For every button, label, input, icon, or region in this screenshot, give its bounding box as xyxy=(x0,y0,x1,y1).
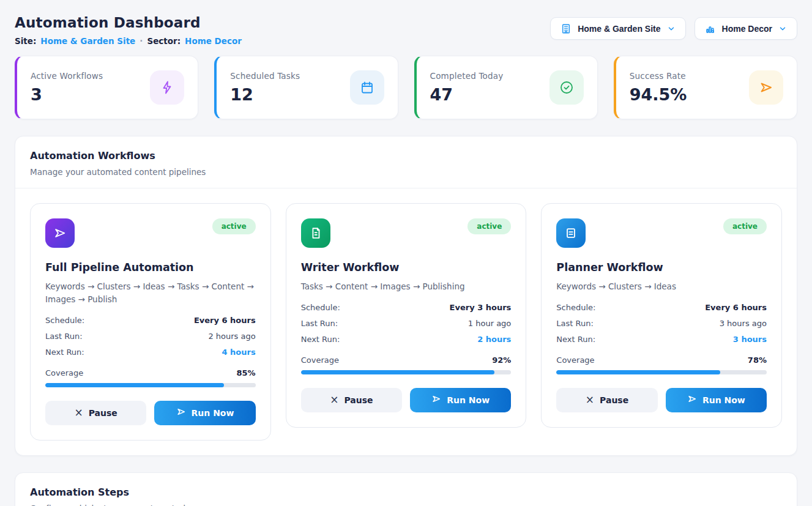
coverage-progress-fill xyxy=(301,370,494,374)
stat-card-completed-today: Completed Today 47 xyxy=(414,56,598,119)
pause-button[interactable]: × Pause xyxy=(301,388,402,412)
status-badge: active xyxy=(723,218,767,234)
next-run-label: Next Run: xyxy=(45,348,84,357)
schedule-row: Schedule: Every 6 hours xyxy=(45,316,256,325)
status-badge: active xyxy=(467,218,511,234)
run-now-button[interactable]: Run Now xyxy=(154,401,255,425)
workflow-actions: × Pause Run Now xyxy=(45,401,256,425)
coverage-row: Coverage 92% xyxy=(301,355,512,365)
lightning-icon xyxy=(150,70,184,105)
steps-panel-header: Automation Steps Configure which steps a… xyxy=(15,473,797,506)
coverage-value: 78% xyxy=(748,355,767,365)
workflow-meta: Schedule: Every 6 hours Last Run: 2 hour… xyxy=(45,316,256,357)
pause-label: Pause xyxy=(89,408,117,418)
last-run-value: 2 hours ago xyxy=(208,332,255,341)
send-icon xyxy=(45,218,75,248)
close-icon: × xyxy=(74,407,83,418)
workflow-card-top: active xyxy=(556,218,767,248)
workflow-meta: Schedule: Every 3 hours Last Run: 1 hour… xyxy=(301,303,512,344)
sector-link[interactable]: Home Decor xyxy=(185,36,242,46)
last-run-label: Last Run: xyxy=(556,319,594,328)
stat-value: 47 xyxy=(430,85,504,104)
next-run-value: 3 hours xyxy=(733,335,767,344)
workflow-title: Planner Workflow xyxy=(556,261,767,273)
workflows-panel-header: Automation Workflows Manage your automat… xyxy=(15,136,797,188)
sector-selector-dropdown[interactable]: Home Decor xyxy=(695,17,797,40)
stat-text: Scheduled Tasks 12 xyxy=(230,71,300,104)
schedule-label: Schedule: xyxy=(301,303,340,312)
run-now-button[interactable]: Run Now xyxy=(410,388,511,412)
next-run-row: Next Run: 2 hours xyxy=(301,335,512,344)
last-run-row: Last Run: 1 hour ago xyxy=(301,319,512,328)
run-now-label: Run Now xyxy=(702,395,745,405)
schedule-row: Schedule: Every 3 hours xyxy=(301,303,512,312)
bar-chart-icon xyxy=(705,23,716,34)
last-run-label: Last Run: xyxy=(45,332,83,341)
coverage-progress-track xyxy=(556,370,767,374)
site-selector-label: Home & Garden Site xyxy=(578,24,660,34)
workflow-card-top: active xyxy=(301,218,512,248)
stat-text: Success Rate 94.5% xyxy=(630,71,687,104)
last-run-row: Last Run: 3 hours ago xyxy=(556,319,767,328)
run-now-label: Run Now xyxy=(192,408,234,418)
coverage-value: 92% xyxy=(492,355,511,365)
run-now-button[interactable]: Run Now xyxy=(666,388,767,412)
steps-title: Automation Steps xyxy=(30,486,782,498)
breadcrumb: Site: Home & Garden Site · Sector: Home … xyxy=(15,36,242,46)
stat-card-success-rate: Success Rate 94.5% xyxy=(614,56,797,119)
coverage-label: Coverage xyxy=(301,355,339,365)
workflow-card-writer: active Writer Workflow Tasks → Content →… xyxy=(286,203,527,428)
workflows-title: Automation Workflows xyxy=(30,150,782,162)
pause-button[interactable]: × Pause xyxy=(45,401,146,425)
automation-steps-panel: Automation Steps Configure which steps a… xyxy=(15,472,797,506)
coverage-label: Coverage xyxy=(45,368,83,378)
check-circle-icon xyxy=(549,70,584,105)
coverage-row: Coverage 85% xyxy=(45,368,256,378)
workflow-card-planner: active Planner Workflow Keywords → Clust… xyxy=(541,203,782,428)
chevron-down-icon xyxy=(667,24,676,33)
close-icon: × xyxy=(586,395,594,405)
separator-dot: · xyxy=(140,36,143,46)
stat-value: 3 xyxy=(31,85,103,104)
header-selectors: Home & Garden Site Home Decor xyxy=(550,17,797,40)
status-badge: active xyxy=(212,218,256,234)
next-run-label: Next Run: xyxy=(556,335,595,344)
workflow-meta: Schedule: Every 6 hours Last Run: 3 hour… xyxy=(556,303,767,344)
building-icon xyxy=(561,23,572,34)
send-icon xyxy=(431,394,441,406)
workflow-card-top: active xyxy=(45,218,256,248)
workflows-panel-body: active Full Pipeline Automation Keywords… xyxy=(15,188,797,455)
coverage-progress-fill xyxy=(556,370,720,374)
workflow-grid: active Full Pipeline Automation Keywords… xyxy=(30,203,782,441)
coverage-row: Coverage 78% xyxy=(556,355,767,365)
schedule-label: Schedule: xyxy=(556,303,595,312)
site-label: Site: xyxy=(15,36,36,46)
sector-label: Sector: xyxy=(147,36,181,46)
next-run-value: 2 hours xyxy=(477,335,511,344)
site-link[interactable]: Home & Garden Site xyxy=(40,36,135,46)
next-run-label: Next Run: xyxy=(301,335,340,344)
coverage-progress-track xyxy=(301,370,512,374)
coverage-value: 85% xyxy=(237,368,256,378)
stat-label: Active Workflows xyxy=(31,71,103,81)
chevron-down-icon xyxy=(778,24,787,33)
stat-label: Success Rate xyxy=(630,71,687,81)
stat-text: Active Workflows 3 xyxy=(31,71,103,104)
header-left: Automation Dashboard Site: Home & Garden… xyxy=(15,15,242,46)
stat-value: 94.5% xyxy=(630,85,687,104)
document-lines-icon xyxy=(556,218,586,248)
workflow-title: Writer Workflow xyxy=(301,261,512,273)
stat-value: 12 xyxy=(230,85,300,104)
pause-label: Pause xyxy=(344,395,373,405)
send-icon xyxy=(176,407,186,419)
stat-card-active-workflows: Active Workflows 3 xyxy=(15,56,198,119)
pause-button[interactable]: × Pause xyxy=(556,388,657,412)
site-selector-dropdown[interactable]: Home & Garden Site xyxy=(550,17,685,40)
page-header: Automation Dashboard Site: Home & Garden… xyxy=(15,15,797,46)
close-icon: × xyxy=(330,395,338,405)
next-run-row: Next Run: 4 hours xyxy=(45,348,256,357)
stat-text: Completed Today 47 xyxy=(430,71,504,104)
stats-row: Active Workflows 3 Scheduled Tasks 12 Co… xyxy=(15,56,797,119)
workflow-pipeline: Keywords → Clusters → Ideas → Tasks → Co… xyxy=(45,280,256,306)
run-now-label: Run Now xyxy=(447,395,490,405)
